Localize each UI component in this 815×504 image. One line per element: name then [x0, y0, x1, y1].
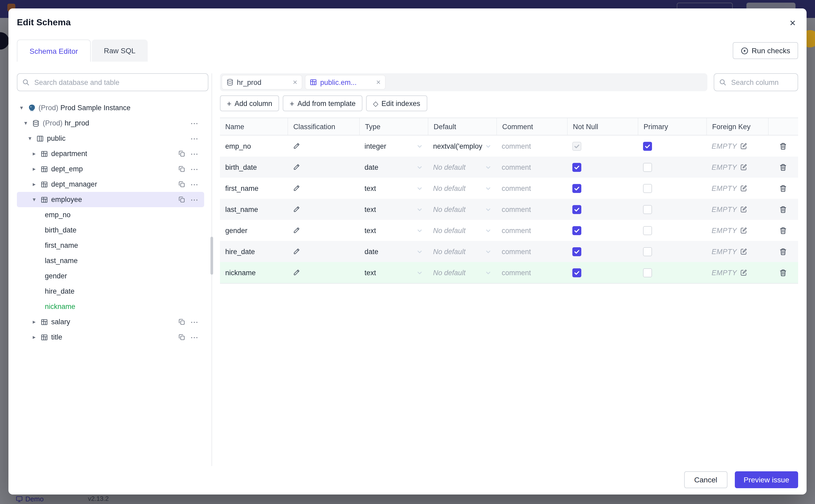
column-name-cell[interactable]: nickname [220, 262, 287, 283]
chevron-right-icon[interactable]: ▸ [33, 151, 41, 157]
type-select[interactable]: text [359, 220, 428, 241]
foreign-key-cell[interactable]: EMPTY [706, 135, 768, 157]
trash-icon[interactable] [779, 248, 787, 255]
classification-cell[interactable] [287, 241, 359, 262]
cancel-button[interactable]: Cancel [684, 471, 727, 488]
more-icon[interactable]: ⋯ [190, 134, 199, 142]
tree-item-dept_manager[interactable]: ▸dept_manager⋯ [17, 177, 204, 192]
trash-icon[interactable] [779, 205, 787, 213]
tree-column-first_name[interactable]: first_name [17, 238, 204, 253]
preview-issue-button[interactable]: Preview issue [735, 471, 798, 488]
tree-column-hire_date[interactable]: hire_date [17, 284, 204, 299]
trash-icon[interactable] [779, 226, 787, 234]
type-select[interactable]: date [359, 157, 428, 178]
column-name-cell[interactable]: gender [220, 220, 287, 241]
foreign-key-cell[interactable]: EMPTY [706, 241, 768, 262]
checkbox-unchecked[interactable] [643, 226, 652, 235]
edit-icon[interactable] [740, 269, 748, 276]
classification-cell[interactable] [287, 199, 359, 220]
chevron-down-icon[interactable]: ▾ [20, 105, 28, 111]
default-select[interactable]: No default [428, 157, 497, 178]
comment-input[interactable]: comment [497, 157, 567, 178]
copy-icon[interactable] [178, 150, 185, 157]
default-select[interactable]: No default [428, 178, 497, 199]
more-icon[interactable]: ⋯ [190, 165, 199, 173]
tree-column-birth_date[interactable]: birth_date [17, 222, 204, 238]
copy-icon[interactable] [178, 166, 185, 172]
trash-icon[interactable] [779, 184, 787, 192]
checkbox-checked[interactable] [572, 184, 581, 193]
close-icon[interactable]: ✕ [293, 79, 297, 86]
classification-cell[interactable] [287, 135, 359, 157]
checkbox-checked[interactable] [572, 163, 581, 172]
run-checks-button[interactable]: Run checks [733, 42, 798, 59]
close-icon[interactable]: ✕ [376, 79, 381, 86]
tree-column-emp_no[interactable]: emp_no [17, 207, 204, 222]
checkbox-unchecked[interactable] [643, 163, 652, 172]
default-select[interactable]: No default [428, 241, 497, 262]
edit-indexes-button[interactable]: ◇ Edit indexes [366, 95, 427, 111]
column-name-cell[interactable]: hire_date [220, 241, 287, 262]
checkbox-checked[interactable] [643, 142, 652, 151]
comment-input[interactable]: comment [497, 241, 567, 262]
edit-icon[interactable] [740, 142, 748, 150]
database-search-input[interactable] [17, 73, 208, 91]
checkbox-checked[interactable] [572, 226, 581, 235]
more-icon[interactable]: ⋯ [190, 333, 199, 341]
tab-raw-sql[interactable]: Raw SQL [92, 40, 148, 62]
foreign-key-cell[interactable]: EMPTY [706, 199, 768, 220]
tree-item-public[interactable]: ▾public⋯ [17, 131, 204, 146]
tree-column-last_name[interactable]: last_name [17, 253, 204, 268]
column-name-cell[interactable]: last_name [220, 199, 287, 220]
edit-icon[interactable] [740, 227, 748, 234]
type-select[interactable]: text [359, 262, 428, 283]
trash-icon[interactable] [779, 163, 787, 171]
copy-icon[interactable] [178, 318, 185, 325]
tree-item-title[interactable]: ▸title⋯ [17, 329, 204, 345]
chevron-down-icon[interactable]: ▾ [28, 135, 36, 141]
more-icon[interactable]: ⋯ [190, 318, 199, 326]
classification-cell[interactable] [287, 220, 359, 241]
classification-cell[interactable] [287, 157, 359, 178]
tree-item-salary[interactable]: ▸salary⋯ [17, 314, 204, 329]
scrollbar-thumb[interactable] [210, 237, 213, 275]
edit-icon[interactable] [740, 206, 748, 213]
classification-cell[interactable] [287, 262, 359, 283]
edit-icon[interactable] [740, 248, 748, 255]
comment-input[interactable]: comment [497, 262, 567, 283]
tree-item-department[interactable]: ▸department⋯ [17, 146, 204, 161]
foreign-key-cell[interactable]: EMPTY [706, 262, 768, 283]
tree-column-nickname[interactable]: nickname [17, 299, 204, 314]
tree-item-dept_emp[interactable]: ▸dept_emp⋯ [17, 161, 204, 177]
comment-input[interactable]: comment [497, 135, 567, 157]
pencil-icon[interactable] [293, 269, 300, 276]
tree-column-gender[interactable]: gender [17, 268, 204, 284]
copy-icon[interactable] [178, 196, 185, 203]
checkbox-unchecked[interactable] [643, 205, 652, 214]
default-select[interactable]: nextval('employ [428, 135, 497, 157]
chevron-right-icon[interactable]: ▸ [33, 334, 41, 340]
edit-icon[interactable] [740, 163, 748, 171]
default-select[interactable]: No default [428, 220, 497, 241]
type-select[interactable]: text [359, 199, 428, 220]
add-from-template-button[interactable]: + Add from template [283, 95, 362, 111]
tree-item-employee[interactable]: ▾employee⋯ [17, 192, 204, 207]
column-name-cell[interactable]: birth_date [220, 157, 287, 178]
chevron-down-icon[interactable]: ▾ [24, 120, 32, 126]
column-name-cell[interactable]: emp_no [220, 135, 287, 157]
more-icon[interactable]: ⋯ [190, 180, 199, 188]
chevron-right-icon[interactable]: ▸ [33, 166, 41, 172]
edit-icon[interactable] [740, 185, 748, 192]
tree-item-prod-sample-instance[interactable]: ▾(Prod)Prod Sample Instance [17, 100, 204, 115]
checkbox-checked[interactable] [572, 205, 581, 214]
foreign-key-cell[interactable]: EMPTY [706, 178, 768, 199]
pencil-icon[interactable] [293, 185, 300, 192]
checkbox-unchecked[interactable] [643, 184, 652, 193]
tab-chip-hr_prod[interactable]: hr_prod✕ [221, 75, 302, 90]
trash-icon[interactable] [779, 142, 787, 150]
classification-cell[interactable] [287, 178, 359, 199]
type-select[interactable]: text [359, 178, 428, 199]
comment-input[interactable]: comment [497, 178, 567, 199]
trash-icon[interactable] [779, 269, 787, 277]
foreign-key-cell[interactable]: EMPTY [706, 220, 768, 241]
